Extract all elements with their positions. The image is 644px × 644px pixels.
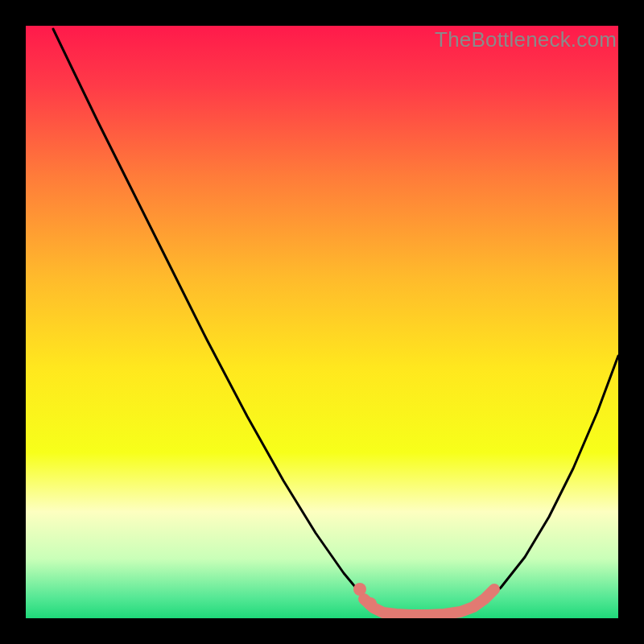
marker-dot xyxy=(353,583,366,596)
marker-dot xyxy=(364,597,377,610)
chart-svg xyxy=(26,26,618,618)
chart-frame: TheBottleneck.com xyxy=(0,0,644,644)
chart-plot-area xyxy=(26,26,618,618)
watermark-text: TheBottleneck.com xyxy=(435,27,617,52)
chart-background xyxy=(26,26,618,618)
